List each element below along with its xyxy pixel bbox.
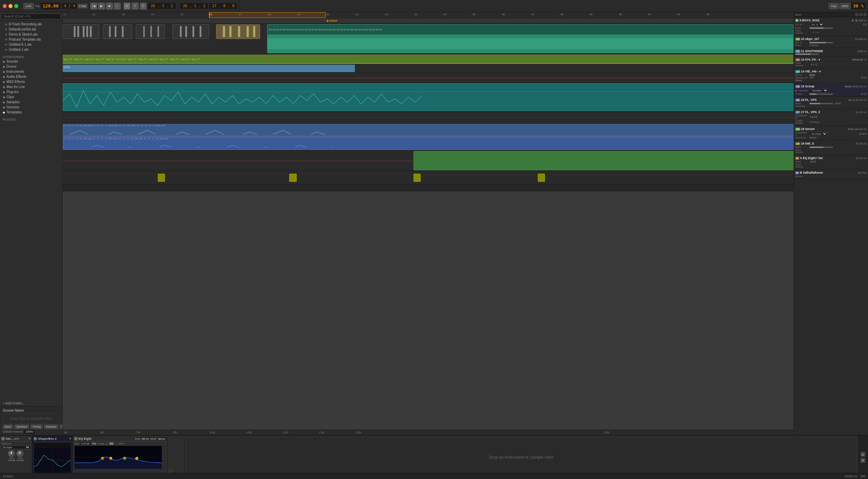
device1-input-select[interactable]: No Input bbox=[1, 445, 30, 449]
category-sounds[interactable]: ◆ Sounds bbox=[0, 59, 62, 64]
category-audio-effects[interactable]: ◆ Audio Effects bbox=[0, 74, 62, 79]
search-input[interactable] bbox=[1, 14, 61, 19]
edge-btn-1[interactable]: ▲ bbox=[861, 452, 865, 457]
ch16-number: 16 bbox=[795, 99, 800, 102]
loop-end: 17 . 0 . 0 bbox=[209, 3, 237, 9]
device1-gain2-knob[interactable] bbox=[17, 450, 23, 457]
clip-14[interactable] bbox=[63, 83, 793, 111]
position-display[interactable]: 26 . 3 . 2 bbox=[148, 3, 176, 9]
device2-title: ShaperBox 2 bbox=[38, 437, 57, 440]
record-button[interactable]: ● bbox=[114, 3, 121, 9]
device3-power[interactable] bbox=[74, 437, 78, 440]
loop-setting[interactable]: 1 Bar bbox=[78, 4, 88, 8]
browser-file-4[interactable]: ▶ Podcast Template.als bbox=[0, 37, 62, 42]
svg-rect-1 bbox=[74, 26, 76, 37]
category-drums[interactable]: ◆ Drums bbox=[0, 64, 62, 69]
ch19-fader[interactable] bbox=[809, 147, 833, 148]
time-sig[interactable]: 4 / 4 bbox=[62, 3, 77, 9]
groove-drop-zone[interactable]: Drop Clips or Grooves Here bbox=[3, 413, 60, 423]
loop-section: 26 . 1 . 1 17 . 0 . 0 bbox=[178, 0, 239, 12]
ch10-name: 10 ukgn_127 bbox=[801, 37, 819, 41]
ch11-fader[interactable] bbox=[795, 53, 819, 55]
browser-file-6[interactable]: ▶ Untitled-1.als bbox=[0, 47, 62, 52]
ch13-name: 13 074_FX - ♦ bbox=[801, 58, 820, 61]
loop-toggle[interactable]: ↻ bbox=[124, 3, 130, 9]
clip-9-main[interactable]: B0 B0 B0 B0 B0 B0 B0 B0 B0 B0 B0 B0 B0 B… bbox=[267, 24, 793, 53]
eq-freq-val[interactable]: 289 Hz bbox=[141, 438, 150, 440]
midi-button[interactable]: MIDI bbox=[840, 3, 851, 9]
browser-file-1[interactable]: ▶ 8-Track Recording.als bbox=[0, 22, 62, 27]
category-instruments[interactable]: ◆ Instruments bbox=[0, 69, 62, 74]
tracks-container[interactable]: ▶ DROP B0 B0 B0 B0 B0 B0 B0 B0 B0 B0 B0 … bbox=[63, 18, 793, 430]
clip-19-1[interactable] bbox=[158, 174, 165, 182]
eq-edit-btn[interactable]: Edit bbox=[91, 442, 97, 445]
ch17-number: 17 bbox=[795, 111, 800, 114]
clip-9-small-4[interactable] bbox=[172, 24, 209, 39]
mixer-btn-1[interactable] bbox=[855, 13, 859, 16]
add-folder-button[interactable]: + Add Folder... bbox=[0, 400, 62, 406]
browser-file-2[interactable]: ▶ DefaultLiveSet.als bbox=[0, 27, 62, 32]
ch15-fader[interactable] bbox=[809, 93, 833, 95]
category-templates[interactable]: ◆ Templates bbox=[0, 110, 62, 115]
clip-16-bottom[interactable]: FL · FL · FL · FL · FL_VPS_Abt · FL · FL… bbox=[63, 137, 793, 150]
groove-base-btn[interactable]: Base bbox=[3, 424, 13, 429]
eq-on-btn[interactable]: ON bbox=[109, 442, 114, 445]
clip-9-small-3[interactable] bbox=[136, 24, 165, 39]
device2-power[interactable] bbox=[34, 437, 37, 440]
key-button[interactable]: Key bbox=[829, 3, 839, 9]
places-header: Places bbox=[0, 117, 62, 122]
track-row-16: FL · FL · FL · FL · FL_VPS_606 · FL · FL… bbox=[63, 124, 793, 151]
category-clips[interactable]: ◆ Clips bbox=[0, 94, 62, 100]
punch-in[interactable]: I bbox=[132, 3, 139, 9]
ch15-translator-select[interactable]: Translator bbox=[809, 89, 828, 92]
ch10-fader[interactable] bbox=[809, 42, 833, 43]
play-button[interactable]: ▶ bbox=[98, 3, 105, 9]
clip-16-top[interactable]: FL · FL · FL · FL · FL_VPS_606 · FL · FL… bbox=[63, 124, 793, 137]
groove-quantize-btn[interactable]: Quantize bbox=[14, 424, 29, 429]
mixer-btn-3[interactable] bbox=[863, 13, 867, 16]
clip-19-3[interactable] bbox=[414, 174, 421, 182]
clip-19-2[interactable] bbox=[289, 174, 297, 182]
browser-file-3[interactable]: ▶ Demo & Sketch.als bbox=[0, 32, 62, 37]
ch9-fader[interactable] bbox=[809, 27, 833, 29]
ch16-fader[interactable] bbox=[809, 103, 833, 104]
browser-file-5[interactable]: ▶ Untitled-5-1.als bbox=[0, 42, 62, 47]
clip-18[interactable] bbox=[414, 151, 793, 170]
close-button[interactable] bbox=[3, 4, 7, 8]
groove-random-btn[interactable]: Random bbox=[44, 424, 58, 429]
groove-timing-btn[interactable]: Timing bbox=[30, 424, 43, 429]
link-button[interactable]: Link bbox=[23, 3, 34, 9]
maximize-button[interactable] bbox=[14, 4, 18, 8]
bpm-display[interactable]: 128.00 bbox=[41, 3, 61, 9]
eq-controls: 0.75 🔍 ⊞ ⊟ 100 bbox=[168, 436, 185, 479]
device1-gain-knob[interactable] bbox=[8, 450, 15, 457]
device1-power[interactable] bbox=[1, 437, 5, 440]
mixer-btn-2[interactable] bbox=[859, 13, 863, 16]
loop-region bbox=[209, 12, 326, 18]
punch-out[interactable]: O bbox=[140, 3, 147, 9]
minimize-button[interactable] bbox=[8, 4, 13, 8]
right-edge-controls: ▲ ▼ bbox=[858, 436, 868, 479]
edge-btn-2[interactable]: ▼ bbox=[861, 458, 865, 463]
clip-19-4[interactable] bbox=[538, 174, 545, 182]
clip-10[interactable]: ukgn_127 · ukgn_127 · ukgn_127 · ukgn_12… bbox=[63, 55, 793, 64]
stop-button[interactable]: ■ bbox=[106, 3, 113, 9]
category-grooves[interactable]: ◆ Grooves bbox=[0, 105, 62, 110]
ch18-shaper-select[interactable]: All Chanv bbox=[809, 132, 828, 136]
ch9-input-select[interactable]: Ext. In bbox=[809, 23, 824, 26]
groove-velocity-btn[interactable]: Velocity bbox=[60, 424, 63, 429]
mixer-channel-10: 10 10 ukgn_127 S 0.0% ms Ext. In Mixer S… bbox=[794, 36, 868, 48]
eq-gain-val[interactable]: 0.00 dB bbox=[81, 442, 90, 445]
clip-9-small-5[interactable] bbox=[216, 24, 260, 39]
category-plugins[interactable]: ◆ Plug-ins bbox=[0, 89, 62, 94]
back-to-start-button[interactable]: |◀ bbox=[90, 3, 97, 9]
global-amount-value[interactable]: 100% bbox=[24, 430, 35, 434]
category-midi-effects[interactable]: ◆ MIDI Effects bbox=[0, 79, 62, 84]
category-max-for-live[interactable]: ◆ Max for Live bbox=[0, 84, 62, 89]
clip-9-small-2[interactable] bbox=[103, 24, 132, 39]
clip-11[interactable]: dg.dg... bbox=[63, 65, 355, 72]
clip-9-small-1[interactable] bbox=[63, 24, 99, 39]
category-samples[interactable]: ◆ Samples bbox=[0, 100, 62, 105]
svg-rect-13 bbox=[185, 26, 187, 37]
instrument-drop-zone[interactable]: Drop an Instrument or Sample Here bbox=[186, 437, 856, 478]
